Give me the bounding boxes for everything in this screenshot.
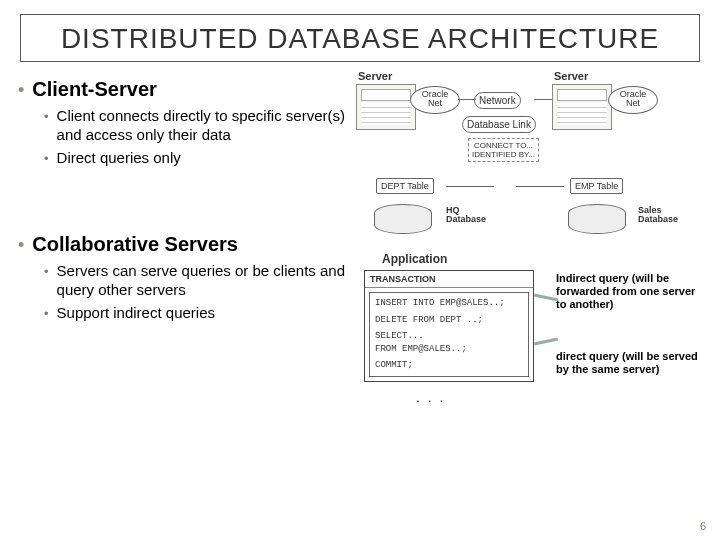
arrow-icon [534, 338, 558, 346]
ellipsis-icon: · · · [416, 392, 445, 408]
server-icon [552, 84, 612, 130]
server-label: Server [554, 70, 588, 82]
bullet-icon: • [44, 152, 49, 165]
database-icon [374, 204, 432, 234]
connect-box: CONNECT TO...IDENTIFIED BY... [468, 138, 539, 162]
bullet-icon: • [44, 307, 49, 320]
direct-query-annotation: direct query (will be served by the same… [556, 350, 701, 376]
application-label: Application [382, 252, 447, 266]
bullet-icon: • [18, 81, 24, 99]
bullet-text: Direct queries only [57, 149, 181, 168]
emp-table-box: EMP Table [570, 178, 623, 194]
oracle-net-icon: OracleNet [410, 86, 460, 114]
arrow-icon [534, 294, 558, 302]
title-box: DISTRIBUTED DATABASE ARCHITECTURE [20, 14, 700, 62]
server-label: Server [358, 70, 392, 82]
bullet-icon: • [44, 110, 49, 123]
slide-number: 6 [700, 520, 706, 532]
section-heading: Client-Server [32, 78, 157, 101]
transaction-panel: TRANSACTION INSERT INTO EMP@SALES..; DEL… [364, 270, 534, 382]
code-line: SELECT...FROM EMP@SALES..; [375, 330, 523, 355]
architecture-diagram: Server Server OracleNet OracleNet Networ… [356, 72, 696, 472]
connector-line [458, 99, 476, 100]
connector-line [534, 99, 552, 100]
database-icon [568, 204, 626, 234]
bullet-text: Servers can serve queries or be clients … [57, 262, 348, 300]
transaction-title: TRANSACTION [365, 271, 533, 288]
sales-database-label: SalesDatabase [638, 206, 678, 225]
database-link-box: Database Link [462, 116, 536, 133]
code-line: DELETE FROM DEPT ..; [375, 314, 523, 327]
dept-table-box: DEPT Table [376, 178, 434, 194]
page-title: DISTRIBUTED DATABASE ARCHITECTURE [31, 23, 689, 55]
sql-code-box: INSERT INTO EMP@SALES..; DELETE FROM DEP… [369, 292, 529, 377]
bullet-icon: • [18, 236, 24, 254]
network-box: Network [474, 92, 521, 109]
bullet-icon: • [44, 265, 49, 278]
server-icon [356, 84, 416, 130]
connector-line [446, 186, 494, 187]
code-line: COMMIT; [375, 359, 523, 372]
indirect-query-annotation: Indirect query (will be forwarded from o… [556, 272, 701, 312]
hq-database-label: HQDatabase [446, 206, 486, 225]
content-row: • Client-Server • Client connects direct… [0, 72, 720, 472]
right-column: Server Server OracleNet OracleNet Networ… [356, 72, 708, 472]
left-column: • Client-Server • Client connects direct… [18, 72, 348, 472]
connector-line [516, 186, 564, 187]
bullet-text: Support indirect queries [57, 304, 215, 323]
code-line: INSERT INTO EMP@SALES..; [375, 297, 523, 310]
section-heading: Collaborative Servers [32, 233, 238, 256]
oracle-net-icon: OracleNet [608, 86, 658, 114]
bullet-text: Client connects directly to specific ser… [57, 107, 348, 145]
